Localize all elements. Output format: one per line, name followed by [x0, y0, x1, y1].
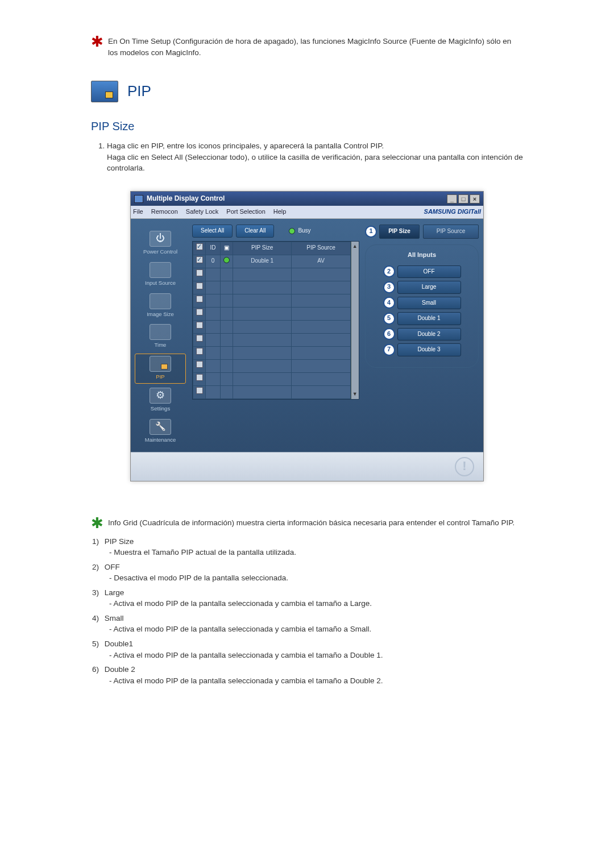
item-desc: - Activa el modo PIP de la pantalla sele… [109, 624, 523, 635]
grid-scrollbar[interactable] [351, 242, 359, 399]
intro-item-1: Haga clic en PIP, entre los iconos princ… [107, 140, 523, 174]
sidebar-item-settings[interactable]: Settings [135, 386, 185, 415]
table-row [193, 307, 351, 320]
menu-help[interactable]: Help [273, 207, 287, 217]
col-status[interactable]: ▣ [221, 242, 233, 255]
table-row [193, 385, 351, 398]
row-checkbox[interactable] [196, 348, 203, 355]
busy-indicator: Busy [289, 227, 310, 235]
image-size-icon [150, 293, 171, 309]
menubar: File Remocon Safety Lock Port Selection … [131, 206, 483, 219]
close-button[interactable]: × [470, 194, 480, 203]
row-checkbox[interactable] [196, 309, 203, 315]
item-desc: - Activa el modo PIP de la pantalla sele… [109, 675, 523, 687]
row-checkbox[interactable] [196, 269, 203, 276]
table-row[interactable]: 0 Double 1 AV [193, 255, 351, 268]
sidebar-item-input-source[interactable]: Input Source [135, 260, 185, 289]
gear-icon [150, 388, 171, 404]
col-pip-size[interactable]: PIP Size [233, 242, 292, 255]
subsection-title: PIP Size [91, 118, 523, 135]
badge-6: 6 [383, 328, 395, 340]
item-title: PIP Size [105, 537, 134, 546]
section-header: PIP [91, 81, 523, 102]
option-double-2[interactable]: Double 2 [397, 328, 461, 341]
option-off[interactable]: OFF [397, 265, 461, 279]
item-title: Double 2 [105, 665, 135, 674]
row-checkbox[interactable] [196, 335, 203, 342]
status-dot-icon [223, 257, 230, 263]
badge-2: 2 [383, 265, 395, 277]
cell-pip-size: Double 1 [233, 255, 292, 268]
item-number: 2) [92, 562, 102, 573]
warning-icon: ! [455, 457, 474, 476]
top-note: ✱ En On Time Setup (Configuración de hor… [91, 34, 523, 58]
section-title: PIP [127, 81, 151, 102]
table-row [193, 372, 351, 385]
sidebar-item-power-control[interactable]: Power Control [135, 229, 185, 258]
menu-port-selection[interactable]: Port Selection [226, 207, 265, 217]
titlebar: Multiple Display Control _ □ × [131, 192, 483, 206]
row-checkbox[interactable] [196, 296, 203, 302]
sidebar-label: Maintenance [135, 436, 185, 444]
option-double-1[interactable]: Double 1 [397, 312, 461, 325]
item-title: Double1 [105, 639, 133, 648]
app-window: Multiple Display Control _ □ × File Remo… [130, 191, 484, 481]
window-title: Multiple Display Control [147, 194, 225, 203]
col-checkbox[interactable] [193, 242, 206, 255]
tab-pip-size[interactable]: PIP Size [379, 225, 420, 239]
option-small[interactable]: Small [397, 297, 461, 310]
item-number: 6) [92, 664, 102, 675]
app-icon [134, 195, 143, 203]
sidebar-item-image-size[interactable]: Image Size [135, 292, 185, 321]
clear-all-button[interactable]: Clear All [236, 225, 274, 238]
table-row [193, 294, 351, 307]
menu-file[interactable]: File [133, 207, 143, 217]
row-checkbox[interactable] [196, 322, 203, 329]
table-row [193, 268, 351, 281]
table-row [193, 346, 351, 359]
list-item: 4) Small - Activa el modo PIP de la pant… [92, 613, 523, 635]
option-double-3[interactable]: Double 3 [397, 343, 461, 356]
sidebar-item-maintenance[interactable]: Maintenance [135, 417, 185, 446]
group-title: All Inputs [372, 251, 471, 260]
select-all-button[interactable]: Select All [192, 225, 233, 238]
item-desc: - Activa el modo PIP de la pantalla sele… [109, 598, 523, 609]
list-item: 3) Large - Activa el modo PIP de la pant… [92, 587, 523, 609]
busy-label: Busy [298, 227, 310, 235]
maximize-button[interactable]: □ [458, 194, 468, 203]
sidebar-label: Time [135, 341, 185, 349]
cell-pip-source: AV [292, 255, 350, 268]
checkbox-icon [196, 243, 203, 250]
row-checkbox[interactable] [196, 283, 203, 289]
tab-pip-source[interactable]: PIP Source [423, 225, 479, 239]
row-checkbox[interactable] [196, 387, 203, 394]
sidebar: Power Control Input Source Image Size Ti… [131, 219, 190, 451]
row-checkbox[interactable] [196, 374, 203, 381]
menu-remocon[interactable]: Remocon [151, 207, 178, 217]
minimize-button[interactable]: _ [447, 194, 457, 203]
list-item: 6) Double 2 - Activa el modo PIP de la p… [92, 664, 523, 686]
list-item: 5) Double1 - Activa el modo PIP de la pa… [92, 638, 523, 661]
col-id[interactable]: ID [206, 242, 221, 255]
sidebar-item-pip[interactable]: PIP [135, 354, 186, 384]
intro-line-1b: Haga clic en Select All (Seleccionar tod… [107, 153, 523, 173]
cell-id: 0 [206, 255, 221, 268]
row-checkbox[interactable] [196, 361, 203, 368]
item-number: 4) [92, 613, 102, 624]
col-pip-source[interactable]: PIP Source [292, 242, 350, 255]
item-desc: - Activa el modo PIP de la pantalla sele… [109, 650, 523, 661]
time-icon [150, 324, 171, 340]
sidebar-label: Power Control [135, 248, 185, 256]
list-item: 2) OFF - Desactiva el modo PIP de la pan… [92, 562, 523, 584]
option-large[interactable]: Large [397, 281, 461, 294]
top-note-text: En On Time Setup (Configuración de hora … [108, 34, 523, 58]
row-checkbox[interactable] [196, 256, 203, 263]
item-title: Small [105, 614, 124, 622]
sidebar-label: Input Source [135, 279, 185, 287]
asterisk-icon: ✱ [91, 34, 103, 58]
badge-1: 1 [365, 226, 377, 238]
status-strip: ! [131, 452, 483, 481]
sidebar-item-time[interactable]: Time [135, 322, 185, 351]
busy-dot-icon [289, 228, 295, 234]
menu-safety-lock[interactable]: Safety Lock [186, 207, 218, 217]
